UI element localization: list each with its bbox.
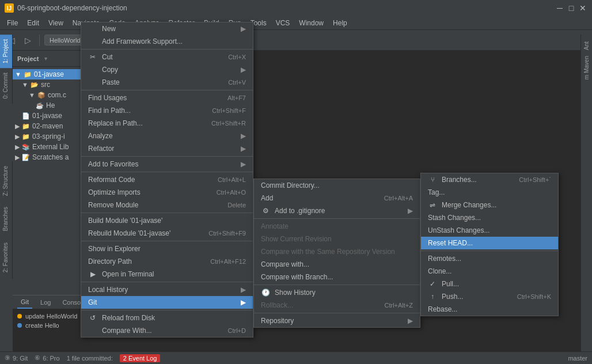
git-window-label: 9: Git [13, 355, 28, 362]
ctx-local-history[interactable]: Local History ▶ [81, 283, 253, 296]
ctx-reformat[interactable]: Reformat Code Ctrl+Alt+L [81, 173, 253, 186]
tab-project[interactable]: 1: Project [0, 35, 12, 68]
vcs-compare-branch[interactable]: Compare with Branch... [254, 271, 420, 283]
committed-text: 1 file committed: [67, 355, 113, 362]
tab-log[interactable]: Log [37, 297, 54, 308]
ctx-compare[interactable]: Compare With... Ctrl+D [81, 324, 253, 337]
ctx-rebuild-module[interactable]: Rebuild Module '01-javase' Ctrl+Shift+F9 [81, 227, 253, 240]
ctx-find-usages-shortcut: Alt+F7 [227, 94, 246, 101]
ctx-git[interactable]: Git ▶ [81, 296, 253, 309]
menu-file[interactable]: File [2, 18, 22, 28]
vcs-repository-label: Repository [261, 317, 294, 325]
menu-help[interactable]: Help [328, 18, 352, 28]
ctx-refactor-label: Refactor [88, 145, 114, 153]
ctx-favorites[interactable]: Add to Favorites ▶ [81, 158, 253, 170]
tab-git[interactable]: Git [17, 296, 32, 309]
ctx-copy-label: Copy [102, 66, 118, 74]
refactor-arrow: ▶ [241, 145, 246, 153]
git-branches-shortcut: Ctrl+Shift+` [519, 176, 551, 183]
git-unstash[interactable]: UnStash Changes... [421, 224, 558, 237]
project-panel-title: Project [17, 55, 39, 62]
maximize-button[interactable]: □ [567, 3, 576, 13]
sep8 [81, 310, 253, 310]
ctx-find-usages[interactable]: Find Usages Alt+F7 [81, 92, 253, 104]
vcs-history-label: Show History [275, 289, 316, 297]
git-pull[interactable]: ✓ Pull... [421, 278, 558, 290]
vcs-compare-with[interactable]: Compare with... [254, 258, 420, 271]
tab-commit[interactable]: 0: Commit [0, 68, 12, 104]
git-rebase[interactable]: Rebase... [421, 303, 558, 316]
left-vert-tabs-bottom: Z: Structure Branches 2: Favorites [0, 161, 13, 279]
ctx-cut-shortcut: Ctrl+X [228, 54, 246, 60]
ctx-new[interactable]: New ▶ [81, 22, 253, 35]
java-icon: ☕ [36, 102, 44, 109]
run-tool-window[interactable]: ⑥ 6: Pro [35, 354, 59, 362]
check-icon: ✓ [428, 280, 437, 288]
ctx-compare-shortcut: Ctrl+D [228, 327, 246, 334]
ctx-dir-path-label: Directory Path [88, 257, 132, 266]
close-button[interactable]: ✕ [578, 3, 587, 13]
ctx-optimize[interactable]: Optimize Imports Ctrl+Alt+O [81, 186, 253, 199]
tab-favorites[interactable]: 2: Favorites [0, 238, 11, 277]
menu-window[interactable]: Window [294, 18, 328, 28]
git-remotes[interactable]: Remotes... [421, 252, 558, 265]
sep3 [81, 156, 253, 157]
git-tag[interactable]: Tag... [421, 186, 558, 199]
menu-view[interactable]: View [44, 18, 68, 28]
sep2 [81, 90, 253, 90]
git-tool-window[interactable]: ⑨ 9: Git [5, 354, 28, 362]
ctx-reload[interactable]: ↺ Reload from Disk [81, 312, 253, 324]
ctx-refactor[interactable]: Refactor ▶ [81, 142, 253, 155]
ctx-terminal[interactable]: ▶ Open in Terminal [81, 268, 253, 280]
event-log[interactable]: 2 Event Log [120, 354, 161, 362]
git-reset-head[interactable]: Reset HEAD... [421, 237, 558, 249]
vcs-annotate-label: Annotate [261, 222, 289, 230]
title-bar: IJ 06-springboot-dependency-injection ─ … [0, 0, 592, 16]
ctx-show-explorer-label: Show in Explorer [88, 245, 141, 253]
vcs-commit-dir[interactable]: Commit Directory... [254, 179, 420, 192]
ctx-find-path[interactable]: Find in Path... Ctrl+Shift+F [81, 104, 253, 117]
git-stash[interactable]: Stash Changes... [421, 211, 558, 224]
window-controls[interactable]: ─ □ ✕ [555, 3, 587, 13]
branch-indicator[interactable]: master [568, 355, 587, 362]
tree-label: 01-javase [34, 70, 64, 78]
vcs-add[interactable]: Add Ctrl+Alt+A [254, 192, 420, 204]
ctx-remove-module[interactable]: Remove Module Delete [81, 199, 253, 211]
vcs-compare-same-label: Compare with the Same Repository Version [261, 248, 395, 256]
reload-icon: ↺ [88, 314, 97, 322]
git-push[interactable]: ↑ Push... Ctrl+Shift+K [421, 290, 558, 303]
right-tab-ant[interactable]: Ant [582, 39, 591, 52]
vcs-submenu: Commit Directory... Add Ctrl+Alt+A ⚙ Add… [253, 179, 420, 328]
vcs-repository[interactable]: Repository ▶ [254, 314, 420, 327]
ctx-analyze[interactable]: Analyze ▶ [81, 130, 253, 142]
menu-vcs[interactable]: VCS [271, 18, 295, 28]
git-clone[interactable]: Clone... [421, 265, 558, 278]
ctx-replace-path[interactable]: Replace in Path... Ctrl+Shift+R [81, 117, 253, 130]
ctx-find-usages-label: Find Usages [88, 94, 127, 102]
ctx-cut[interactable]: ✂ Cut Ctrl+X [81, 51, 253, 63]
vcs-add-shortcut: Ctrl+Alt+A [384, 195, 413, 202]
tree-label-maven: 02-maven [32, 122, 63, 130]
ctx-show-explorer[interactable]: Show in Explorer [81, 242, 253, 255]
ctx-add-framework[interactable]: Add Framework Support... [81, 35, 253, 48]
ctx-paste[interactable]: Paste Ctrl+V [81, 76, 253, 89]
git-merge[interactable]: ⇌ Merge Changes... [421, 199, 558, 211]
ctx-optimize-shortcut: Ctrl+Alt+O [217, 189, 246, 196]
menu-edit[interactable]: Edit [22, 18, 44, 28]
forward-button[interactable]: ▷ [21, 33, 35, 47]
minimize-button[interactable]: ─ [555, 3, 564, 13]
vcs-gitignore[interactable]: ⚙ Add to .gitignore ▶ [254, 204, 420, 217]
vcs-history[interactable]: 🕐 Show History [254, 286, 420, 299]
ctx-build-module[interactable]: Build Module '01-javase' [81, 214, 253, 227]
ctx-dir-path[interactable]: Directory Path Ctrl+Alt+F12 [81, 255, 253, 268]
right-tab-maven[interactable]: m Maven [582, 54, 591, 82]
folder-icon-maven: 📁 [22, 123, 30, 130]
git-branches[interactable]: ⑂ Branches... Ctrl+Shift+` [421, 173, 558, 186]
ctx-copy[interactable]: Copy ▶ [81, 63, 253, 76]
tab-branches[interactable]: Branches [0, 202, 11, 236]
expand-icon-spring: ▶ [15, 133, 20, 141]
project-panel-dropdown[interactable]: ▾ [44, 55, 47, 62]
tab-structure[interactable]: Z: Structure [0, 161, 11, 200]
expand-icon-com: ▼ [29, 92, 35, 98]
push-icon: ↑ [428, 293, 437, 301]
